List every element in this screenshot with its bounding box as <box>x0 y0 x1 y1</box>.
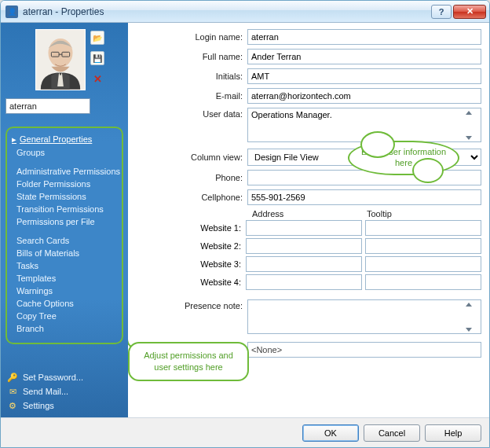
key-icon: 🔑 <box>7 372 18 383</box>
input-initials[interactable] <box>247 68 481 84</box>
nav-copy-tree[interactable]: Copy Tree <box>12 310 117 322</box>
scroll-up-icon[interactable] <box>466 111 472 115</box>
input-website2-tooltip[interactable] <box>365 238 481 254</box>
avatar <box>35 29 86 90</box>
header-address: Address <box>252 209 367 218</box>
window-body: 📂 💾 ✕ ▸General Properties Groups Adminis… <box>1 23 489 417</box>
label-presence-note: Presence note: <box>136 299 247 310</box>
send-mail-link[interactable]: ✉Send Mail... <box>5 384 123 398</box>
input-website4-tooltip[interactable] <box>365 274 481 290</box>
save-image-button[interactable]: 💾 <box>90 51 104 65</box>
callout-enter-user-info: Enter user information here <box>348 141 459 175</box>
input-phone[interactable] <box>247 170 481 185</box>
settings-link[interactable]: ⚙Settings <box>5 398 123 413</box>
cancel-button[interactable]: Cancel <box>364 424 420 442</box>
header-tooltip: Tooltip <box>367 209 481 218</box>
input-website3-address[interactable] <box>246 256 362 272</box>
help-button[interactable]: Help <box>425 424 481 442</box>
nav-search-cards[interactable]: Search Cards <box>12 234 117 247</box>
nav-group-highlight: ▸General Properties Groups Administrativ… <box>5 127 123 344</box>
window-title: aterran - Properties <box>23 6 430 17</box>
callout-adjust-permissions: Adjust permissions and user settings her… <box>128 342 249 381</box>
scroll-down-icon[interactable] <box>466 328 472 332</box>
label-cellphone: Cellphone: <box>136 193 247 202</box>
sidebar: 📂 💾 ✕ ▸General Properties Groups Adminis… <box>1 23 128 417</box>
main-panel: Login name: Full name: Initials: E-mail:… <box>128 23 489 417</box>
nav-folder-permissions[interactable]: Folder Permissions <box>12 178 117 190</box>
nav-transition-permissions[interactable]: Transition Permissions <box>12 203 117 215</box>
nav-state-permissions[interactable]: State Permissions <box>12 190 117 203</box>
label-phone: Phone: <box>136 173 247 182</box>
label-website4: Website 4: <box>136 277 246 287</box>
nav-warnings[interactable]: Warnings <box>12 285 117 297</box>
input-website2-address[interactable] <box>246 238 362 254</box>
input-website1-tooltip[interactable] <box>365 220 481 236</box>
avatar-image <box>36 30 85 90</box>
nav-groups[interactable]: Groups <box>12 146 117 159</box>
input-none[interactable] <box>247 342 481 358</box>
input-login-name[interactable] <box>247 29 481 45</box>
input-email[interactable] <box>247 88 481 104</box>
button-bar: OK Cancel Help <box>1 417 489 447</box>
username-input[interactable] <box>5 98 90 114</box>
label-user-data: User data: <box>136 108 247 119</box>
set-password-link[interactable]: 🔑Set Password... <box>5 370 123 384</box>
label-column-view: Column view: <box>136 152 247 162</box>
nav-bom[interactable]: Bills of Materials <box>12 247 117 259</box>
input-full-name[interactable] <box>247 49 481 64</box>
nav-general-properties[interactable]: ▸General Properties <box>12 133 117 146</box>
delete-image-button[interactable]: ✕ <box>90 72 104 86</box>
label-website2: Website 2: <box>136 241 246 251</box>
nav-admin-permissions[interactable]: Administrative Permissions <box>12 165 117 178</box>
input-website4-address[interactable] <box>246 274 362 290</box>
open-image-button[interactable]: 📂 <box>90 31 104 45</box>
input-website1-address[interactable] <box>246 220 362 236</box>
nav-permissions-per-file[interactable]: Permissions per File <box>12 215 117 228</box>
gear-icon: ⚙ <box>7 400 18 411</box>
nav-templates[interactable]: Templates <box>12 272 117 285</box>
label-login-name: Login name: <box>136 32 247 42</box>
bottom-links: 🔑Set Password... ✉Send Mail... ⚙Settings <box>5 364 123 413</box>
scroll-down-icon[interactable] <box>466 136 472 140</box>
label-website1: Website 1: <box>136 223 246 233</box>
help-titlebar-button[interactable]: ? <box>431 5 452 19</box>
scroll-up-icon[interactable] <box>466 303 472 307</box>
user-icon: 👤 <box>5 6 18 18</box>
input-presence-note[interactable] <box>247 299 481 334</box>
close-button[interactable]: ✕ <box>453 5 486 19</box>
ok-button[interactable]: OK <box>302 424 359 442</box>
nav-cache-options[interactable]: Cache Options <box>12 297 117 310</box>
label-initials: Initials: <box>136 72 247 81</box>
mail-icon: ✉ <box>7 386 18 397</box>
properties-window: 👤 aterran - Properties ? ✕ <box>0 0 490 448</box>
label-email: E-mail: <box>136 91 247 101</box>
label-full-name: Full name: <box>136 52 247 61</box>
nav-tasks[interactable]: Tasks <box>12 259 117 272</box>
label-website3: Website 3: <box>136 259 246 269</box>
titlebar[interactable]: 👤 aterran - Properties ? ✕ <box>1 1 489 23</box>
nav-branch[interactable]: Branch <box>12 322 117 335</box>
input-website3-tooltip[interactable] <box>365 256 481 272</box>
input-cellphone[interactable] <box>247 189 481 205</box>
